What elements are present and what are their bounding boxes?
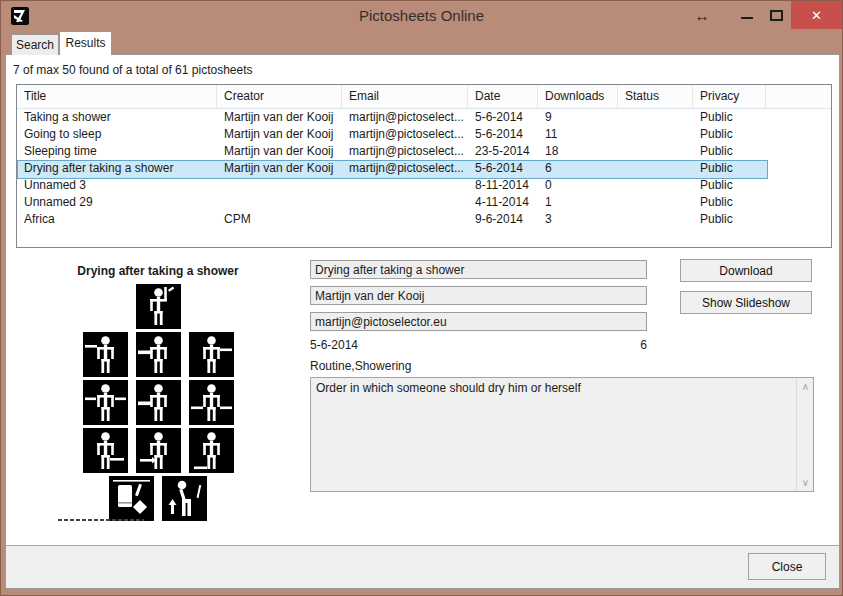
column-header[interactable]: Title: [17, 85, 217, 108]
pictogram-row: [12, 428, 304, 473]
table-cell: Public: [693, 160, 766, 177]
table-cell: 18: [538, 143, 618, 160]
dry-foot-pictogram-icon: [189, 428, 234, 473]
table-cell: [342, 194, 468, 211]
table-header: TitleCreatorEmailDateDownloadsStatusPriv…: [17, 85, 831, 109]
table-cell: 9-6-2014: [468, 211, 538, 228]
table-cell: Martijn van der Kooij: [217, 143, 342, 160]
table-row[interactable]: AfricaCPM9-6-20143Public: [17, 211, 831, 228]
table-cell: Unnamed 3: [17, 177, 217, 194]
app-window: Pictosheets Online ↔ ✕ Search Results 7 …: [0, 0, 843, 596]
table-cell: [342, 177, 468, 194]
table-row[interactable]: Sleeping timeMartijn van der Kooijmartij…: [17, 143, 831, 160]
table-cell: [618, 177, 693, 194]
table-cell: [766, 194, 832, 211]
titlebar: Pictosheets Online ↔ ✕: [1, 1, 842, 31]
results-table[interactable]: TitleCreatorEmailDateDownloadsStatusPriv…: [16, 84, 832, 248]
table-cell: [618, 109, 693, 126]
table-cell: Unnamed 29: [17, 194, 217, 211]
table-cell: [342, 211, 468, 228]
close-button[interactable]: Close: [748, 553, 826, 580]
maximize-button[interactable]: [763, 1, 789, 29]
dry-hair-pictogram-icon: [136, 284, 181, 329]
table-cell: Public: [693, 126, 766, 143]
pictogram-grid: [12, 284, 304, 521]
creator-field[interactable]: [310, 286, 647, 305]
table-cell: 9: [538, 109, 618, 126]
dry-face-pictogram-icon: [83, 332, 128, 377]
pictogram-row: [12, 476, 304, 521]
dry-belly-pictogram-icon: [136, 380, 181, 425]
scroll-up-icon[interactable]: ∧: [797, 378, 814, 395]
bottom-bar: Close: [6, 545, 839, 588]
description-scrollbar[interactable]: ∧ ∨: [796, 378, 813, 491]
table-cell: 8-11-2014: [468, 177, 538, 194]
column-header[interactable]: Status: [618, 85, 693, 108]
column-header[interactable]: Creator: [217, 85, 342, 108]
date-value: 5-6-2014: [310, 338, 358, 352]
column-header[interactable]: Email: [342, 85, 468, 108]
email-field[interactable]: [310, 312, 647, 331]
minimize-button[interactable]: [734, 1, 760, 29]
close-icon: ✕: [811, 8, 822, 23]
resize-arrows-icon[interactable]: ↔: [687, 1, 717, 29]
table-cell: 5-6-2014: [468, 126, 538, 143]
title-field[interactable]: [310, 260, 647, 279]
table-cell: 23-5-2014: [468, 143, 538, 160]
table-cell: [766, 177, 832, 194]
table-cell: Public: [693, 211, 766, 228]
dry-leg-pictogram-icon: [83, 428, 128, 473]
results-summary: 7 of max 50 found of a total of 61 picto…: [13, 63, 253, 77]
minimize-icon: [741, 17, 753, 19]
table-cell: 3: [538, 211, 618, 228]
tab-search[interactable]: Search: [11, 34, 59, 55]
column-header[interactable]: Privacy: [693, 85, 766, 108]
table-cell: Martijn van der Kooij: [217, 126, 342, 143]
table-cell: Public: [693, 194, 766, 211]
description-box[interactable]: Order in which someone should dry him or…: [310, 377, 814, 492]
table-row[interactable]: Going to sleepMartijn van der Kooijmarti…: [17, 126, 831, 143]
table-cell: Martijn van der Kooij: [217, 160, 342, 177]
column-header[interactable]: Downloads: [538, 85, 618, 108]
table-cell: [766, 109, 832, 126]
table-cell: [766, 160, 832, 177]
pictogram-row: [12, 332, 304, 377]
description-text: Order in which someone should dry him or…: [316, 381, 791, 395]
table-cell: Sleeping time: [17, 143, 217, 160]
table-cell: 4-11-2014: [468, 194, 538, 211]
table-cell: [217, 177, 342, 194]
table-row[interactable]: Taking a showerMartijn van der Kooijmart…: [17, 109, 831, 126]
table-row[interactable]: Unnamed 294-11-20141Public: [17, 194, 831, 211]
show-slideshow-button[interactable]: Show Slideshow: [680, 291, 812, 314]
column-header[interactable]: Date: [468, 85, 538, 108]
tab-results[interactable]: Results: [59, 31, 112, 55]
table-row[interactable]: Drying after taking a showerMartijn van …: [17, 160, 831, 177]
table-cell: 5-6-2014: [468, 160, 538, 177]
table-cell: [766, 211, 832, 228]
meta-row: 5-6-2014 6: [310, 338, 647, 352]
table-cell: 0: [538, 177, 618, 194]
close-window-button[interactable]: ✕: [791, 1, 842, 29]
table-cell: Africa: [17, 211, 217, 228]
downloads-value: 6: [640, 338, 647, 352]
dry-knee-pictogram-icon: [136, 428, 181, 473]
towel-and-soap-pictogram-icon: [109, 476, 154, 521]
table-cell: [217, 194, 342, 211]
scroll-down-icon[interactable]: ∨: [797, 474, 814, 491]
dry-chest-pictogram-icon: [136, 332, 181, 377]
table-cell: Taking a shower: [17, 109, 217, 126]
dry-arms-pictogram-icon: [83, 380, 128, 425]
dry-shoulder-pictogram-icon: [189, 332, 234, 377]
table-row[interactable]: Unnamed 38-11-20140Public: [17, 177, 831, 194]
table-cell: martijn@pictoselect...: [342, 109, 468, 126]
download-button[interactable]: Download: [680, 259, 812, 282]
column-header[interactable]: [766, 85, 832, 108]
table-body: Taking a showerMartijn van der Kooijmart…: [17, 109, 831, 228]
table-cell: 5-6-2014: [468, 109, 538, 126]
get-dressed-pictogram-icon: [162, 476, 207, 521]
table-cell: [766, 126, 832, 143]
table-cell: martijn@pictoselect...: [342, 126, 468, 143]
table-cell: Going to sleep: [17, 126, 217, 143]
table-cell: Drying after taking a shower: [17, 160, 217, 177]
watermark-line: [58, 519, 144, 521]
